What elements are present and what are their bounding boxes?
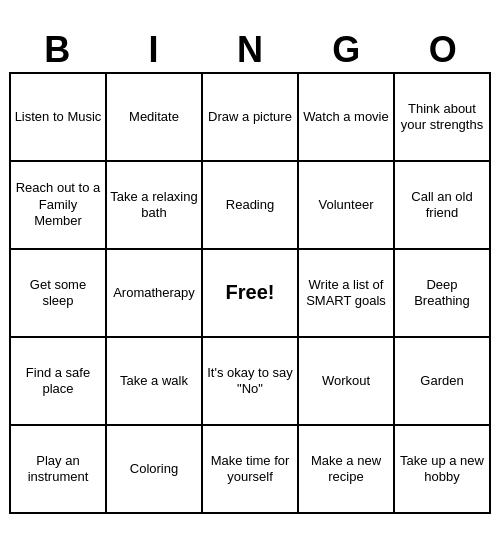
bingo-cell-1[interactable]: Meditate — [107, 74, 203, 162]
bingo-cell-17[interactable]: It's okay to say "No" — [203, 338, 299, 426]
header-letter-n: N — [204, 30, 296, 70]
bingo-cell-15[interactable]: Find a safe place — [11, 338, 107, 426]
bingo-cell-19[interactable]: Garden — [395, 338, 491, 426]
bingo-cell-20[interactable]: Play an instrument — [11, 426, 107, 514]
bingo-grid: Listen to MusicMeditateDraw a pictureWat… — [9, 72, 491, 514]
bingo-cell-2[interactable]: Draw a picture — [203, 74, 299, 162]
bingo-cell-14[interactable]: Deep Breathing — [395, 250, 491, 338]
bingo-cell-22[interactable]: Make time for yourself — [203, 426, 299, 514]
header-letter-b: B — [11, 30, 103, 70]
bingo-cell-6[interactable]: Take a relaxing bath — [107, 162, 203, 250]
bingo-cell-7[interactable]: Reading — [203, 162, 299, 250]
bingo-cell-8[interactable]: Volunteer — [299, 162, 395, 250]
bingo-cell-16[interactable]: Take a walk — [107, 338, 203, 426]
bingo-header: BINGO — [9, 30, 491, 70]
bingo-cell-3[interactable]: Watch a movie — [299, 74, 395, 162]
bingo-cell-23[interactable]: Make a new recipe — [299, 426, 395, 514]
header-letter-g: G — [300, 30, 392, 70]
bingo-cell-11[interactable]: Aromatherapy — [107, 250, 203, 338]
bingo-cell-13[interactable]: Write a list of SMART goals — [299, 250, 395, 338]
bingo-card: BINGO Listen to MusicMeditateDraw a pict… — [5, 26, 495, 518]
bingo-cell-18[interactable]: Workout — [299, 338, 395, 426]
bingo-cell-21[interactable]: Coloring — [107, 426, 203, 514]
bingo-cell-10[interactable]: Get some sleep — [11, 250, 107, 338]
bingo-cell-0[interactable]: Listen to Music — [11, 74, 107, 162]
bingo-cell-5[interactable]: Reach out to a Family Member — [11, 162, 107, 250]
header-letter-i: I — [108, 30, 200, 70]
bingo-cell-9[interactable]: Call an old friend — [395, 162, 491, 250]
bingo-cell-4[interactable]: Think about your strengths — [395, 74, 491, 162]
bingo-cell-12[interactable]: Free! — [203, 250, 299, 338]
bingo-cell-24[interactable]: Take up a new hobby — [395, 426, 491, 514]
header-letter-o: O — [397, 30, 489, 70]
